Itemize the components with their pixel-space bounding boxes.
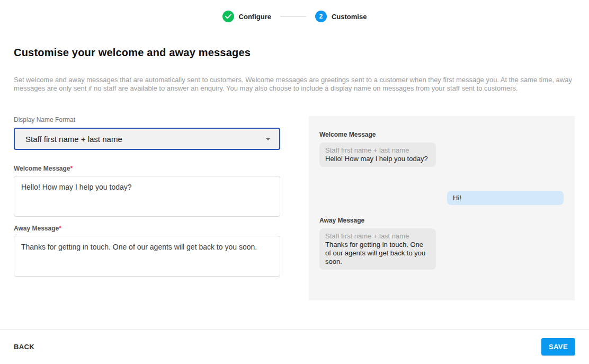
welcome-message-label: Welcome Message* <box>14 165 280 172</box>
caret-down-icon <box>265 138 271 140</box>
back-button[interactable]: BACK <box>6 339 42 355</box>
step-customise-label: Customise <box>332 13 367 21</box>
step-customise[interactable]: 2 Customise <box>315 11 367 22</box>
bubble-sender-name: Staff first name + last name <box>325 232 430 241</box>
customer-reply-bubble: Hi! <box>447 191 564 205</box>
message-settings-form: Display Name Format Staff first name + l… <box>14 116 280 277</box>
bubble-message-text: Thanks for getting in touch. One of our … <box>325 241 430 266</box>
step-configure[interactable]: Configure <box>222 11 271 22</box>
save-button[interactable]: SAVE <box>541 338 575 356</box>
wizard-footer: BACK SAVE <box>0 329 589 364</box>
away-message-label: Away Message* <box>14 225 280 232</box>
required-asterisk: * <box>70 165 73 172</box>
page-title: Customise your welcome and away messages <box>14 47 575 59</box>
welcome-message-input[interactable]: Hello! How may I help you today? <box>14 176 280 217</box>
main-content: Customise your welcome and away messages… <box>0 47 589 300</box>
chat-preview-panel: Welcome Message Staff first name + last … <box>309 116 575 300</box>
bubble-sender-name: Staff first name + last name <box>325 146 430 155</box>
wizard-stepper: Configure 2 Customise <box>0 0 589 22</box>
page-description: Set welcome and away messages that are a… <box>14 76 575 93</box>
display-name-format-select[interactable]: Staff first name + last name <box>14 128 280 150</box>
display-name-format-label: Display Name Format <box>14 116 280 123</box>
step-number-badge: 2 <box>315 11 327 22</box>
welcome-message-bubble: Staff first name + last name Hello! How … <box>319 143 436 167</box>
stepper-connector-line <box>280 16 306 17</box>
bubble-message-text: Hello! How may I help you today? <box>325 155 430 163</box>
preview-welcome-label: Welcome Message <box>319 131 564 138</box>
check-icon <box>222 11 234 22</box>
away-message-bubble: Staff first name + last name Thanks for … <box>319 228 436 270</box>
step-configure-label: Configure <box>239 13 271 21</box>
display-name-format-value: Staff first name + last name <box>25 135 122 144</box>
required-asterisk: * <box>59 225 61 232</box>
away-message-input[interactable]: Thanks for getting in touch. One of our … <box>14 236 280 277</box>
preview-away-label: Away Message <box>319 217 564 224</box>
